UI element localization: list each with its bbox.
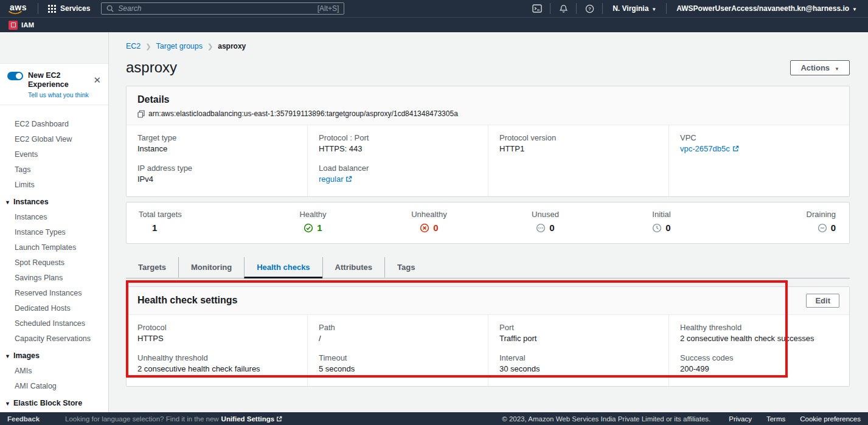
tab-attributes[interactable]: Attributes	[322, 257, 384, 278]
help-icon[interactable]: ?	[582, 4, 597, 13]
field-label: Healthy threshold	[680, 323, 838, 332]
sidebar-top-gap	[0, 32, 108, 64]
copy-icon[interactable]	[137, 110, 145, 118]
field-label: Interval	[499, 353, 658, 362]
healthy-value: 1	[317, 223, 322, 233]
sidebar-item-spot-requests[interactable]: Spot Requests	[0, 255, 108, 270]
health-fields-grid: ProtocolHTTPS Unhealthy threshold2 conse…	[127, 315, 849, 386]
unhealthy-value: 0	[433, 223, 438, 233]
body-area: New EC2 Experience Tell us what you thin…	[0, 32, 868, 412]
vpc-link[interactable]: vpc-2657db5c	[680, 144, 739, 153]
notifications-bell-icon[interactable]	[555, 4, 571, 13]
svg-text:?: ?	[588, 6, 591, 12]
breadcrumb-ec2[interactable]: EC2	[126, 42, 141, 50]
terms-link[interactable]: Terms	[766, 415, 785, 423]
sidebar-item-scheduled-instances[interactable]: Scheduled Instances	[0, 316, 108, 331]
language-hint-text: Looking for language selection? Find it …	[65, 415, 219, 423]
sidebar-item-instances[interactable]: Instances	[0, 209, 108, 224]
sidebar-item-reserved-instances[interactable]: Reserved Instances	[0, 285, 108, 300]
new-experience-title: New EC2 Experience	[28, 71, 102, 89]
unified-settings-link[interactable]: Unified Settings	[221, 415, 283, 423]
hc-path-value: /	[319, 334, 477, 343]
breadcrumb-separator: ❯	[207, 43, 213, 50]
initial-clock-icon	[652, 223, 662, 233]
sidebar-nav: EC2 Dashboard EC2 Global View Events Tag…	[0, 105, 108, 412]
protocol-version-value: HTTP1	[499, 144, 658, 153]
field-label: VPC	[680, 133, 838, 142]
chevron-down-icon: ▼	[835, 66, 839, 72]
sidebar-item-tags[interactable]: Tags	[0, 162, 108, 177]
sidebar-section-instances[interactable]: ▼Instances	[0, 192, 108, 209]
tab-health-checks[interactable]: Health checks	[244, 257, 322, 278]
sidebar-item-amis[interactable]: AMIs	[0, 363, 108, 378]
topbar-divider	[38, 3, 38, 14]
hc-protocol-value: HTTPS	[137, 334, 296, 343]
health-card-header: Health check settings Edit	[127, 287, 849, 315]
privacy-link[interactable]: Privacy	[729, 415, 752, 423]
sidebar-item-dedicated-hosts[interactable]: Dedicated Hosts	[0, 300, 108, 316]
cookie-preferences-link[interactable]: Cookie preferences	[800, 415, 861, 423]
healthy-check-icon	[304, 223, 313, 233]
sidebar-item-instance-types[interactable]: Instance Types	[0, 224, 108, 240]
hc-success-codes-value: 200-499	[680, 364, 838, 373]
search-icon	[106, 5, 114, 12]
triangle-down-icon: ▼	[5, 199, 10, 206]
tab-targets[interactable]: Targets	[126, 257, 178, 278]
counter-initial: Initial 0	[603, 210, 720, 235]
breadcrumb-separator: ❯	[145, 43, 151, 50]
breadcrumb-target-groups[interactable]: Target groups	[156, 42, 203, 50]
favorite-iam-link[interactable]: IAM	[9, 21, 34, 30]
topbar-divider	[576, 3, 577, 14]
region-selector[interactable]: N. Virginia▼	[608, 4, 661, 13]
target-group-arn: arn:aws:elasticloadbalancing:us-east-1:3…	[148, 109, 458, 118]
feedback-button[interactable]: Feedback	[7, 415, 40, 423]
close-icon[interactable]: ✕	[93, 75, 101, 86]
field-label: Unhealthy threshold	[137, 353, 296, 362]
sidebar-item-events[interactable]: Events	[0, 147, 108, 162]
field-label: Protocol version	[499, 133, 658, 142]
sidebar-item-ec2-dashboard[interactable]: EC2 Dashboard	[0, 116, 108, 131]
load-balancer-link[interactable]: regular	[319, 174, 352, 184]
target-counters-card: Total targets 1 Healthy 1 Unhealthy 0	[126, 202, 850, 244]
initial-value: 0	[665, 223, 670, 233]
tab-tags[interactable]: Tags	[384, 257, 427, 278]
field-label: IP address type	[137, 164, 296, 173]
sidebar-section-images[interactable]: ▼Images	[0, 346, 108, 363]
tell-us-link[interactable]: Tell us what you think	[28, 91, 102, 98]
details-fields-grid: Target typeInstance IP address typeIPv4 …	[127, 125, 849, 196]
counter-draining: Draining 0	[720, 210, 838, 235]
triangle-down-icon: ▼	[5, 353, 10, 359]
field-label: Load balancer	[319, 164, 477, 173]
detail-tabs: Targets Monitoring Health checks Attribu…	[126, 257, 850, 278]
sidebar-item-limits[interactable]: Limits	[0, 177, 108, 192]
sidebar-section-elastic-block-store[interactable]: ▼Elastic Block Store	[0, 393, 108, 410]
hc-interval-value: 30 seconds	[499, 364, 658, 373]
sidebar-item-launch-templates[interactable]: Launch Templates	[0, 240, 108, 255]
account-menu[interactable]: AWSPowerUserAccess/navaneeth.kn@harness.…	[672, 4, 862, 13]
topbar-divider	[602, 3, 603, 14]
cloudshell-icon[interactable]	[529, 4, 545, 13]
tab-monitoring[interactable]: Monitoring	[178, 257, 244, 278]
topbar-divider	[666, 3, 667, 14]
topbar-right-group: ? N. Virginia▼ AWSPowerUserAccess/navane…	[529, 3, 862, 14]
services-grid-icon	[48, 5, 56, 13]
external-link-icon	[732, 145, 739, 152]
draining-value: 0	[831, 223, 836, 233]
edit-button[interactable]: Edit	[806, 294, 839, 308]
unhealthy-x-icon	[420, 223, 429, 233]
footer-right-group: © 2023, Amazon Web Services India Privat…	[502, 415, 861, 423]
sidebar-item-savings-plans[interactable]: Savings Plans	[0, 270, 108, 285]
sidebar-item-ami-catalog[interactable]: AMI Catalog	[0, 378, 108, 393]
global-search-input[interactable]: Search [Alt+S]	[101, 2, 344, 15]
page-title-row: asproxy Actions▼	[126, 59, 850, 76]
sidebar-item-ec2-global-view[interactable]: EC2 Global View	[0, 131, 108, 147]
services-menu-button[interactable]: Services	[43, 4, 95, 13]
aws-logo[interactable]: aws	[6, 2, 33, 15]
hc-unhealthy-threshold-value: 2 consecutive health check failures	[137, 364, 296, 373]
hc-healthy-threshold-value: 2 consecutive health check successes	[680, 334, 838, 343]
sidebar-item-capacity-reservations[interactable]: Capacity Reservations	[0, 331, 108, 346]
aws-console-page: aws Services Search [Alt+S] ?	[0, 0, 868, 425]
new-experience-toggle[interactable]	[7, 72, 23, 80]
actions-button[interactable]: Actions▼	[790, 60, 850, 75]
breadcrumb: EC2 ❯ Target groups ❯ asproxy	[126, 42, 850, 50]
